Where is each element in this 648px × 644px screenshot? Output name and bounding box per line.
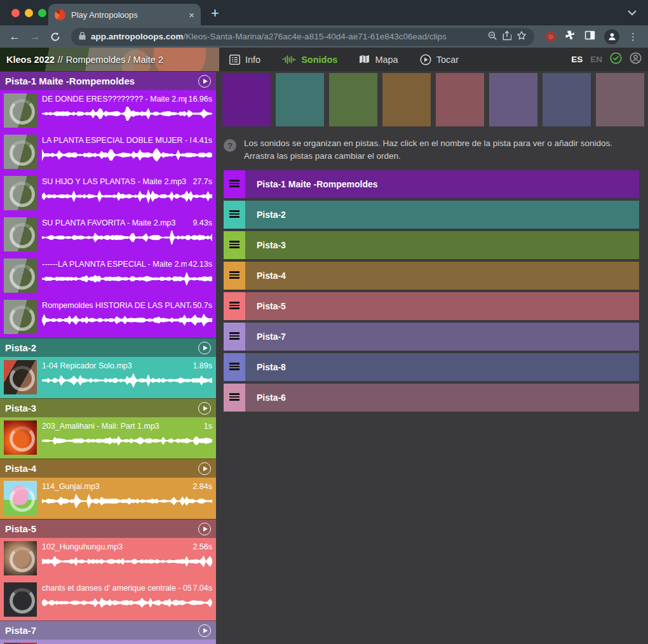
track-play-icon[interactable] [198, 462, 211, 475]
clip-waveform[interactable] [42, 231, 212, 245]
lang-en[interactable]: EN [590, 55, 602, 64]
browser-tab[interactable]: Play Antropoloops × [48, 4, 201, 25]
new-tab-button[interactable]: + [211, 5, 219, 22]
track-drag-handle[interactable] [224, 292, 245, 320]
track-play-icon[interactable] [198, 402, 211, 415]
track-row[interactable]: Pista-7 [224, 323, 639, 351]
audio-clip[interactable]: ------LA PLANNTA ESPECIAL - Maite 2.mp3 … [0, 255, 216, 297]
clip-thumbnail[interactable] [4, 420, 37, 455]
clip-thumbnail[interactable] [4, 300, 37, 334]
track-color-swatch [596, 73, 644, 126]
clip-waveform[interactable] [42, 148, 212, 162]
lang-es[interactable]: ES [571, 55, 583, 64]
track-drag-handle[interactable] [224, 262, 245, 290]
sidebar-track-header[interactable]: Pista-3 [0, 398, 216, 417]
zoom-window-button[interactable] [38, 9, 46, 17]
lock-icon[interactable] [79, 32, 86, 42]
profile-avatar-icon[interactable] [604, 29, 619, 44]
project-banner[interactable]: Kleos 2022//Rompemoldes / Maite 2 [0, 48, 219, 71]
track-play-icon[interactable] [198, 342, 211, 354]
back-button[interactable]: ← [6, 29, 23, 45]
audio-clip[interactable]: chants et danses d' amerique centrale - … [0, 579, 216, 621]
bookmark-star-icon[interactable] [516, 30, 527, 43]
audio-clip[interactable]: Rompemoldes HISTORIA DE LAS PLANTAS... 5… [0, 297, 216, 338]
clip-waveform[interactable] [42, 494, 212, 508]
clip-waveform[interactable] [42, 596, 212, 610]
sidebar-track-header[interactable]: Pista-2 [0, 338, 216, 357]
window-controls[interactable] [11, 9, 46, 17]
nav-mapa[interactable]: Mapa [359, 55, 398, 65]
track-play-icon[interactable] [198, 523, 211, 535]
audio-clip[interactable]: 102_Hunguhungu.mp3 2.56s [0, 538, 216, 579]
clip-waveform[interactable] [42, 554, 212, 568]
tab-close-icon[interactable]: × [189, 10, 194, 20]
side-panel-icon[interactable] [584, 30, 595, 43]
clip-waveform[interactable] [42, 434, 212, 448]
clip-thumbnail[interactable] [4, 176, 37, 210]
track-drag-handle[interactable] [224, 384, 245, 412]
track-row[interactable]: Pista-8 [224, 353, 639, 381]
clip-name: 102_Hunguhungu.mp3 [42, 542, 191, 551]
clip-waveform[interactable] [42, 272, 212, 286]
audio-clip[interactable]: SU PLANTA FAVORITA - Maite 2.mp3 9.43s [0, 214, 216, 255]
account-icon[interactable] [630, 52, 642, 67]
clip-thumbnail[interactable] [4, 135, 37, 169]
track-play-icon[interactable] [198, 75, 211, 88]
clip-thumbnail[interactable] [4, 582, 37, 617]
forward-button[interactable]: → [27, 29, 43, 45]
track-row[interactable]: Pista-2 [224, 201, 639, 229]
tab-search-chevron-icon[interactable] [628, 8, 637, 18]
clip-thumbnail[interactable] [4, 541, 37, 575]
audio-clip[interactable]: 203_Amalihani - Mali: Part 1.mp3 1s [0, 417, 216, 459]
track-row[interactable]: Pista-5 [224, 292, 639, 320]
zoom-out-icon[interactable] [488, 31, 497, 43]
audio-clip[interactable]: SU HIJO Y LAS PLANTAS - Maite 2.mp3 27.7… [0, 173, 216, 214]
clip-thumbnail[interactable] [4, 217, 37, 252]
clip-thumbnail[interactable] [4, 93, 37, 128]
track-drag-handle[interactable] [224, 201, 245, 229]
track-row[interactable]: Pista-1 Maite -Rompemoldes [224, 170, 639, 198]
clip-thumbnail[interactable] [4, 481, 37, 515]
track-play-icon[interactable] [198, 624, 211, 637]
share-icon[interactable] [503, 30, 511, 43]
sidebar-track-section: Pista-2 1-04 Repicador Solo.mp3 1.89s [0, 338, 216, 398]
audio-clip[interactable]: Las castañuelas 3.13s [0, 640, 216, 644]
sidebar-track-header[interactable]: Pista-7 [0, 621, 216, 640]
audio-clip[interactable]: LA PLANTA ESPECIAL DOBLE MUJER - Mai... … [0, 131, 216, 173]
close-window-button[interactable] [11, 9, 20, 17]
app-header: Kleos 2022//Rompemoldes / Maite 2 Info S… [0, 48, 648, 71]
minimize-window-button[interactable] [25, 9, 33, 17]
clip-waveform[interactable] [42, 189, 212, 203]
audio-clip[interactable]: DE DONDE ERES???????? - Maite 2.mp3 16.9… [0, 90, 216, 131]
track-row[interactable]: Pista-6 [224, 384, 639, 412]
sync-check-icon[interactable] [610, 52, 622, 67]
audio-clip[interactable]: 114_Gunjai.mp3 2.84s [0, 478, 216, 519]
nav-info[interactable]: Info [229, 55, 260, 65]
clip-thumbnail[interactable] [4, 360, 37, 394]
record-extension-icon[interactable] [546, 32, 556, 42]
track-row[interactable]: Pista-3 [224, 231, 639, 259]
sidebar-track-header[interactable]: Pista-5 [0, 519, 216, 538]
sidebar-track-header[interactable]: Pista-4 [0, 459, 216, 478]
extensions-puzzle-icon[interactable] [565, 30, 576, 43]
nav-sonidos[interactable]: Sonidos [282, 55, 337, 65]
reload-button[interactable] [47, 29, 64, 45]
nav-tocar[interactable]: Tocar [420, 54, 459, 65]
drag-handle-icon [229, 210, 240, 219]
audio-clip[interactable]: 1-04 Repicador Solo.mp3 1.89s [0, 357, 216, 398]
clip-waveform[interactable] [42, 107, 212, 121]
track-drag-handle[interactable] [224, 170, 245, 198]
track-row[interactable]: Pista-4 [224, 262, 639, 290]
track-drag-handle[interactable] [224, 323, 245, 351]
url-text[interactable]: app.antropoloops.com/Kleos-Santa-Marina/… [91, 32, 483, 41]
clip-waveform[interactable] [42, 313, 212, 327]
clip-thumbnail[interactable] [4, 258, 37, 293]
breadcrumb-separator: // [58, 55, 63, 65]
sidebar-track-header[interactable]: Pista-1 Maite -Rompemoldes [0, 71, 216, 90]
address-bar[interactable]: app.antropoloops.com/Kleos-Santa-Marina/… [71, 28, 534, 46]
track-drag-handle[interactable] [224, 353, 245, 381]
clip-waveform[interactable] [42, 373, 212, 387]
info-note: ? Los sonidos se organizan en pistas. Ha… [224, 137, 648, 162]
browser-menu-kebab-icon[interactable]: ⋮ [628, 31, 638, 43]
track-drag-handle[interactable] [224, 231, 245, 259]
